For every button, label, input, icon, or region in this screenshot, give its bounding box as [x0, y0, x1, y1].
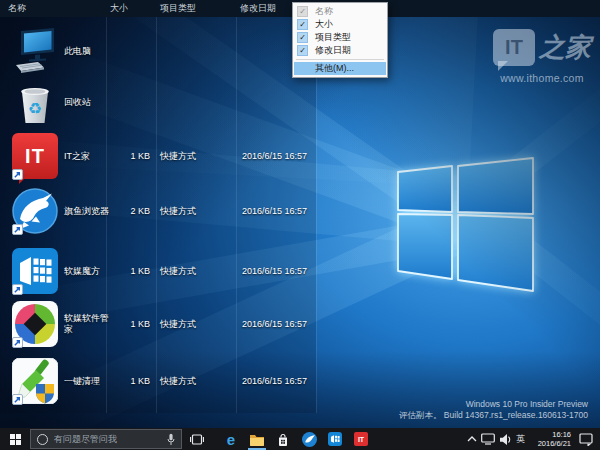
menu-item-label: 修改日期 — [315, 44, 351, 57]
this-pc-icon — [12, 28, 58, 74]
menu-item-date[interactable]: 修改日期 — [294, 44, 386, 57]
volume-tray-button[interactable] — [499, 433, 512, 446]
column-header-type[interactable]: 项目类型 — [160, 0, 196, 17]
windows-desktop: 名称 大小 项目类型 修改日期 此电脑 — [0, 0, 600, 450]
desktop-item-recycle-bin[interactable]: ♻ 回收站 — [0, 77, 316, 127]
item-label: 软媒魔方 — [64, 266, 100, 277]
action-center-icon — [579, 433, 593, 446]
network-tray-button[interactable] — [481, 433, 495, 445]
menu-item-label: 大小 — [315, 18, 333, 31]
recycle-bin-icon: ♻ — [12, 79, 58, 125]
menu-item-label: 项目类型 — [315, 31, 351, 44]
desktop-item-ithome[interactable]: IT IT之家 1 KB 快捷方式 2016/6/15 16:57 — [0, 131, 316, 181]
qiyu-browser-small-icon — [302, 432, 317, 447]
desktop-item-this-pc[interactable]: 此电脑 — [0, 26, 316, 76]
shortcut-arrow-icon — [12, 169, 23, 180]
action-center-button[interactable] — [579, 433, 593, 446]
item-type: 快捷方式 — [160, 150, 196, 163]
menu-item-more[interactable]: 其他(M)... — [294, 62, 386, 75]
item-label: 旗鱼浏览器 — [64, 206, 109, 217]
shortcut-arrow-icon — [12, 284, 23, 295]
menu-separator — [296, 59, 384, 60]
item-date: 2016/6/15 16:57 — [242, 206, 307, 216]
store-bag-icon — [276, 432, 290, 447]
ithome-small-icon: IT — [354, 432, 368, 446]
menu-item-label: 名称 — [315, 5, 333, 18]
clock[interactable]: 16:16 2016/6/21 — [529, 430, 571, 448]
item-type: 快捷方式 — [160, 375, 196, 388]
item-size: 1 KB — [130, 151, 150, 161]
task-view-icon — [190, 434, 204, 445]
desktop-item-one-key-clean[interactable]: 一键清理 1 KB 快捷方式 2016/6/15 16:57 — [0, 356, 316, 406]
desktop-item-qiyu-browser[interactable]: 旗鱼浏览器 2 KB 快捷方式 2016/6/15 16:57 — [0, 186, 316, 236]
qiyu-browser-taskbar-button[interactable] — [296, 428, 322, 450]
item-date: 2016/6/15 16:57 — [242, 266, 307, 276]
desktop-item-software-manager[interactable]: 软媒软件管家 1 KB 快捷方式 2016/6/15 16:57 — [0, 299, 316, 349]
ithome-logo-icon: IT — [493, 29, 535, 66]
check-icon — [297, 45, 308, 56]
check-icon — [297, 32, 308, 43]
menu-item-size[interactable]: 大小 — [294, 18, 386, 31]
ithome-logo-letters: IT — [505, 36, 523, 59]
item-size: 1 KB — [130, 376, 150, 386]
menu-item-name[interactable]: 名称 — [294, 5, 386, 18]
sort-columns-context-menu: 名称 大小 项目类型 修改日期 其他(M)... — [292, 2, 388, 78]
windows-hero-logo — [390, 150, 540, 295]
windows-store-button[interactable] — [270, 428, 296, 450]
item-label: 此电脑 — [64, 46, 91, 57]
ithome-taskbar-button[interactable]: IT — [348, 428, 374, 450]
light-beam — [469, 202, 600, 383]
windows-logo-icon — [10, 434, 21, 445]
item-date: 2016/6/15 16:57 — [242, 151, 307, 161]
chevron-up-icon — [467, 436, 477, 442]
cortana-search-box[interactable]: 有问题尽管问我 — [30, 429, 182, 449]
system-tray: 英 16:16 2016/6/21 — [467, 430, 595, 448]
item-type: 快捷方式 — [160, 205, 196, 218]
item-date: 2016/6/15 16:57 — [242, 319, 307, 329]
menu-item-type[interactable]: 项目类型 — [294, 31, 386, 44]
column-header-size[interactable]: 大小 — [110, 0, 128, 17]
ithome-url: www.ithome.com — [492, 72, 592, 84]
search-placeholder: 有问题尽管问我 — [54, 433, 167, 446]
check-icon — [297, 19, 308, 30]
cortana-icon — [37, 434, 48, 445]
item-label: IT之家 — [64, 151, 90, 162]
svg-text:♻: ♻ — [28, 99, 42, 118]
taskbar: 有问题尽管问我 e — [0, 428, 600, 450]
build-watermark-line1: Windows 10 Pro Insider Preview — [399, 399, 588, 410]
item-size: 1 KB — [130, 266, 150, 276]
item-type: 快捷方式 — [160, 265, 196, 278]
speaker-icon — [499, 433, 512, 446]
item-date: 2016/6/15 16:57 — [242, 376, 307, 386]
edge-icon: e — [227, 432, 235, 447]
ithome-small-letters: IT — [358, 436, 364, 443]
desktop-item-ruanmei-mofang[interactable]: 软媒魔方 1 KB 快捷方式 2016/6/15 16:57 — [0, 246, 316, 296]
item-label: 回收站 — [64, 97, 91, 108]
shortcut-arrow-icon — [12, 224, 23, 235]
ithome-watermark: IT 之家 www.ithome.com — [492, 29, 592, 84]
mofang-small-icon — [328, 432, 342, 446]
edge-browser-button[interactable]: e — [218, 428, 244, 450]
task-view-button[interactable] — [184, 428, 210, 450]
column-header-date[interactable]: 修改日期 — [240, 0, 276, 17]
item-size: 1 KB — [130, 319, 150, 329]
folder-icon — [249, 433, 265, 446]
menu-item-label: 其他(M)... — [315, 62, 354, 75]
start-button[interactable] — [0, 428, 30, 450]
shortcut-arrow-icon — [12, 394, 23, 405]
column-header-name[interactable]: 名称 — [8, 0, 26, 17]
ithome-letters: IT — [25, 145, 45, 168]
file-explorer-button[interactable] — [244, 428, 270, 450]
check-icon — [297, 6, 308, 17]
item-size: 2 KB — [130, 206, 150, 216]
build-watermark-line2: 评估副本。 Build 14367.rs1_release.160613-170… — [399, 410, 588, 421]
tray-overflow-chevron[interactable] — [467, 436, 477, 442]
microphone-icon[interactable] — [167, 433, 175, 446]
item-type: 快捷方式 — [160, 318, 196, 331]
ruanmei-mofang-taskbar-button[interactable] — [322, 428, 348, 450]
build-watermark: Windows 10 Pro Insider Preview 评估副本。 Bui… — [399, 399, 588, 421]
clock-date: 2016/6/21 — [529, 440, 571, 449]
ime-indicator[interactable]: 英 — [516, 433, 525, 446]
ithome-logo-suffix: 之家 — [539, 30, 591, 65]
item-label: 一键清理 — [64, 376, 100, 387]
